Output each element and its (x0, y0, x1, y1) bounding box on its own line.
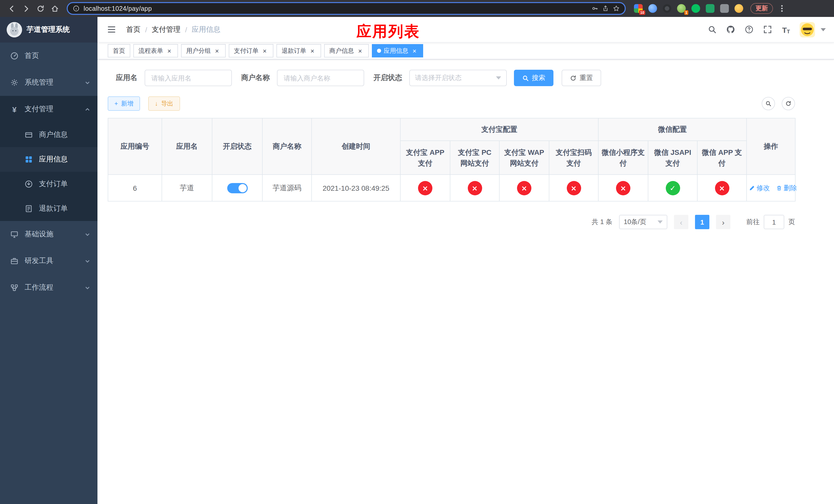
fullscreen-icon[interactable] (763, 25, 772, 35)
sidebar-item-payment[interactable]: ¥ 支付管理 (0, 96, 97, 122)
sidebar-item-home[interactable]: 首页 (0, 43, 97, 69)
cell-merchant: 芋道源码 (262, 175, 312, 201)
extension-grid-icon[interactable]: 10 (634, 4, 643, 13)
sidebar-item-app-info[interactable]: 应用信息 (0, 147, 97, 172)
delete-link[interactable]: 删除 (776, 183, 797, 192)
search-icon[interactable] (707, 25, 717, 35)
tab-merchant-info[interactable]: 商户信息 × (324, 44, 369, 58)
tab-home[interactable]: 首页 (108, 44, 130, 58)
breadcrumb-home[interactable]: 首页 (126, 25, 140, 34)
prev-page-button[interactable]: ‹ (674, 215, 688, 229)
site-info-icon[interactable] (73, 5, 80, 12)
sidebar-menu: 首页 系统管理 ¥ 支付管理 (0, 43, 97, 301)
search-button[interactable]: 搜索 (514, 70, 553, 86)
close-icon[interactable]: × (166, 47, 173, 54)
export-button[interactable]: ↓ 导出 (148, 96, 180, 111)
sidebar-item-pay-order[interactable]: 支付订单 (0, 172, 97, 197)
tab-refund-order[interactable]: 退款订单 × (277, 44, 321, 58)
extension-green-square-icon[interactable] (706, 4, 715, 13)
breadcrumb-pay-management[interactable]: 支付管理 (152, 25, 180, 34)
font-size-icon[interactable]: TT (781, 25, 791, 35)
tab-app-info[interactable]: 应用信息 × (372, 44, 423, 58)
browser-home-button[interactable] (48, 2, 62, 15)
browser-menu-icon[interactable] (778, 3, 786, 14)
sidebar-item-system[interactable]: 系统管理 (0, 69, 97, 96)
group-header-alipay: 支付宝配置 (400, 118, 598, 141)
url-text[interactable]: localhost:1024/pay/app (84, 5, 587, 12)
status-x-icon: × (567, 181, 581, 195)
address-bar[interactable]: localhost:1024/pay/app (67, 2, 626, 15)
edit-link[interactable]: 修改 (749, 183, 770, 192)
sidebar-item-merchant-info[interactable]: 商户信息 (0, 122, 97, 147)
status-x-icon: × (715, 181, 729, 195)
sidebar-item-workflow[interactable]: 工作流程 (0, 274, 97, 301)
cell-app-name: 芋道 (162, 175, 212, 201)
sidebar-toggle-icon[interactable] (106, 24, 117, 35)
yuan-icon: ¥ (10, 105, 19, 113)
close-icon[interactable]: × (309, 47, 316, 54)
refresh-button[interactable] (782, 97, 795, 110)
extension-blue-icon[interactable] (648, 4, 657, 13)
goto-unit-label: 页 (788, 217, 795, 227)
browser-reload-button[interactable] (34, 2, 47, 15)
data-table: 应用编号 应用名 开启状态 商户名称 创建时间 支付宝配置 微信配置 操作 支付… (108, 118, 795, 202)
sidebar-item-refund-order[interactable]: 退款订单 (0, 197, 97, 221)
tab-pay-order[interactable]: 支付订单 × (229, 44, 273, 58)
reset-button[interactable]: 重置 (562, 70, 601, 86)
close-icon[interactable]: × (411, 47, 418, 54)
close-icon[interactable]: × (261, 47, 268, 54)
total-count: 共 1 条 (592, 217, 612, 227)
user-menu-caret-icon[interactable] (821, 28, 826, 31)
extension-wechat-devtools-icon[interactable] (692, 4, 700, 13)
browser-back-button[interactable] (5, 2, 19, 15)
app-name-input[interactable] (145, 70, 232, 86)
browser-forward-button[interactable] (20, 2, 33, 15)
page-number-1[interactable]: 1 (695, 215, 709, 229)
page-size-select[interactable]: 10条/页 (619, 215, 667, 229)
breadcrumb-separator: / (185, 25, 187, 33)
table-tools (762, 97, 795, 110)
pencil-icon (749, 185, 755, 191)
goto-page-input[interactable] (764, 215, 784, 229)
sidebar-group-payment: ¥ 支付管理 商户信息 (0, 96, 97, 221)
sidebar-item-label: 商户信息 (39, 130, 68, 139)
tab-process-form[interactable]: 流程表单 × (133, 44, 178, 58)
browser-update-button[interactable]: 更新 (750, 3, 773, 14)
extension-avatar-badge: 1 (684, 10, 688, 15)
extension-dark-icon[interactable] (663, 4, 672, 13)
sidebar-item-label: 系统管理 (25, 78, 53, 87)
close-icon[interactable]: × (356, 47, 364, 54)
add-button[interactable]: + 新增 (108, 96, 140, 111)
close-icon[interactable]: × (213, 47, 221, 54)
status-toggle[interactable] (227, 183, 247, 193)
help-icon[interactable] (744, 25, 754, 35)
sidebar-item-infrastructure[interactable]: 基础设施 (0, 221, 97, 248)
app-logo-row[interactable]: 芋道管理系统 (0, 17, 97, 43)
status-select[interactable]: 请选择开启状态 (409, 70, 507, 86)
next-page-button[interactable]: › (716, 215, 730, 229)
cell-alipay-qr: × (549, 175, 598, 201)
sidebar-item-label: 应用信息 (39, 155, 68, 164)
user-avatar[interactable] (799, 22, 815, 37)
payment-submenu: 商户信息 应用信息 支付订单 (0, 122, 97, 221)
col-header-alipay-wap: 支付宝 WAP 网站支付 (499, 141, 549, 175)
chevron-down-icon (85, 80, 90, 85)
share-icon[interactable] (602, 5, 609, 12)
status-x-icon: × (418, 181, 432, 195)
toolbox-icon (10, 257, 19, 265)
grid-icon (25, 155, 33, 164)
tab-user-group[interactable]: 用户分组 × (181, 44, 226, 58)
download-icon: ↓ (155, 100, 158, 107)
chevron-down-icon (85, 258, 90, 264)
extension-puzzle-icon[interactable] (720, 4, 729, 13)
extension-avatar-icon[interactable]: 1 (677, 4, 686, 13)
github-icon[interactable] (726, 25, 736, 35)
tags-view-bar: 首页 流程表单 × 用户分组 × 支付订单 × 退款订单 × 商户信息 × (97, 43, 834, 60)
col-header-merchant: 商户名称 (262, 118, 312, 175)
merchant-name-input[interactable] (277, 70, 364, 86)
extension-face-icon[interactable] (734, 4, 743, 13)
bookmark-star-icon[interactable] (613, 5, 620, 12)
sidebar-item-dev-tools[interactable]: 研发工具 (0, 248, 97, 274)
toggle-search-button[interactable] (762, 97, 775, 110)
password-key-icon[interactable] (591, 5, 598, 12)
